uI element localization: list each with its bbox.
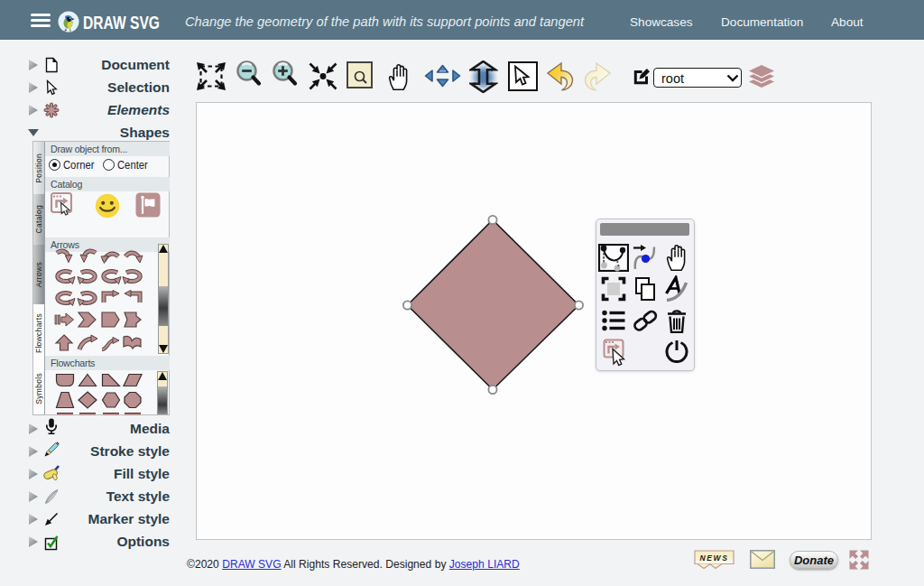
svg-text:NEWS: NEWS [700,553,729,563]
